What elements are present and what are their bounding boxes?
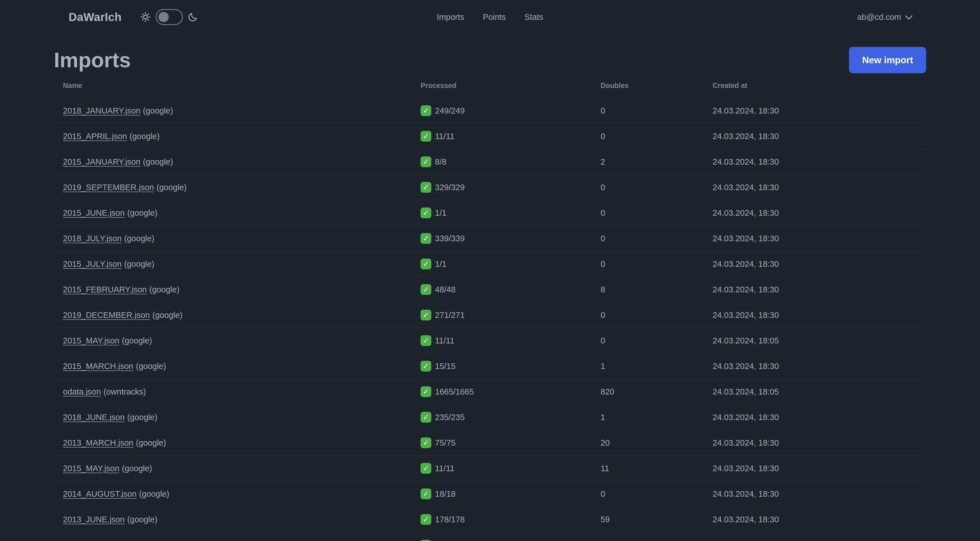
import-file-link[interactable]: 2015_JUNE.json bbox=[63, 208, 125, 217]
check-mark-emoji bbox=[420, 182, 431, 193]
name-cell: 2015_APRIL.json(google) bbox=[54, 123, 412, 149]
nav-item-imports[interactable]: Imports bbox=[437, 13, 464, 22]
import-file-link[interactable]: 2013_JUNE.json bbox=[63, 515, 125, 524]
import-file-link[interactable]: 2018_JUNE.json bbox=[63, 413, 125, 422]
table-row: 2018_JUNE.json(google) 235/235 1 24.03.2… bbox=[54, 404, 926, 430]
processed-cell: 178/178 bbox=[412, 507, 592, 532]
doubles-cell: 2 bbox=[592, 149, 703, 175]
import-file-link[interactable]: 2015_MARCH.json bbox=[63, 362, 133, 371]
name-cell: 2018_JUNE.json(google) bbox=[54, 404, 412, 430]
doubles-cell: 20 bbox=[592, 430, 703, 456]
processed-cell: 48/48 bbox=[412, 277, 592, 302]
import-source-label: (google) bbox=[143, 106, 173, 115]
processed-count: 11/11 bbox=[435, 336, 454, 345]
new-import-button[interactable]: New import bbox=[849, 47, 926, 73]
name-cell: 2018_JANUARY.json(google) bbox=[54, 98, 412, 123]
import-source-label: (google) bbox=[127, 208, 158, 217]
processed-count: 15/15 bbox=[435, 362, 456, 371]
name-cell: 2014_AUGUST.json(google) bbox=[54, 481, 412, 507]
created-at-cell: 24.03.2024, 18:30 bbox=[703, 226, 926, 251]
import-file-link[interactable]: 2014_AUGUST.json bbox=[63, 489, 137, 498]
check-mark-emoji bbox=[420, 105, 431, 116]
doubles-cell: 0 bbox=[592, 175, 703, 200]
imports-table-body: 2018_JANUARY.json(google) 249/249 0 24.0… bbox=[54, 98, 926, 541]
processed-count: 1665/1665 bbox=[435, 387, 474, 397]
toggle-knob bbox=[159, 12, 169, 22]
table-row bbox=[54, 532, 926, 541]
column-header-doubles: Doubles bbox=[592, 73, 703, 98]
import-source-label: (owntracks) bbox=[103, 387, 146, 396]
processed-cell: 18/18 bbox=[412, 481, 592, 507]
processed-cell: 8/8 bbox=[412, 149, 592, 175]
import-file-link[interactable]: odata.json bbox=[63, 387, 101, 396]
moon-icon bbox=[188, 12, 198, 22]
check-mark-emoji bbox=[420, 488, 431, 499]
main-nav: Imports Points Stats bbox=[437, 13, 543, 22]
created-at-cell: 24.03.2024, 18:30 bbox=[703, 98, 926, 123]
table-row: 2015_APRIL.json(google) 11/11 0 24.03.20… bbox=[54, 123, 926, 149]
doubles-cell: 0 bbox=[592, 226, 703, 251]
column-header-name: Name bbox=[54, 73, 412, 98]
import-source-label: (google) bbox=[152, 311, 182, 319]
table-row: 2015_MAY.json(google) 11/11 0 24.03.2024… bbox=[54, 328, 926, 353]
table-row: odata.json(owntracks) 1665/1665 820 24.0… bbox=[54, 379, 926, 404]
processed-cell bbox=[412, 532, 592, 541]
processed-cell: 11/11 bbox=[412, 328, 592, 353]
table-row: 2015_JUNE.json(google) 1/1 0 24.03.2024,… bbox=[54, 200, 926, 226]
processed-count: 235/235 bbox=[435, 413, 465, 422]
created-at-cell: 24.03.2024, 18:30 bbox=[703, 353, 926, 379]
user-menu[interactable]: ab@cd.com bbox=[857, 13, 913, 22]
import-file-link[interactable]: 2019_SEPTEMBER.json bbox=[63, 183, 154, 192]
table-row: 2015_FEBRUARY.json(google) 48/48 8 24.03… bbox=[54, 277, 926, 302]
import-file-link[interactable]: 2015_JULY.json bbox=[63, 259, 122, 268]
import-file-link[interactable]: 2019_DECEMBER.json bbox=[63, 311, 150, 319]
processed-count: 11/11 bbox=[435, 132, 454, 141]
processed-cell: 75/75 bbox=[412, 430, 592, 456]
import-source-label: (google) bbox=[122, 464, 152, 473]
table-row: 2014_AUGUST.json(google) 18/18 0 24.03.2… bbox=[54, 481, 926, 507]
import-source-label: (google) bbox=[124, 234, 154, 243]
theme-toggle-switch[interactable] bbox=[156, 9, 183, 25]
import-file-link[interactable]: 2015_APRIL.json bbox=[63, 132, 127, 141]
created-at-cell: 24.03.2024, 18:30 bbox=[703, 251, 926, 277]
check-mark-emoji bbox=[420, 207, 431, 218]
created-at-cell: 24.03.2024, 18:30 bbox=[703, 507, 926, 532]
import-file-link[interactable]: 2015_MAY.json bbox=[63, 464, 119, 473]
import-file-link[interactable]: 2018_JULY.json bbox=[63, 234, 122, 243]
table-row: 2015_MAY.json(google) 11/11 11 24.03.202… bbox=[54, 456, 926, 481]
import-file-link[interactable]: 2013_MARCH.json bbox=[63, 438, 133, 447]
name-cell: 2019_DECEMBER.json(google) bbox=[54, 302, 412, 328]
imports-page: Imports New import Name Processed Double… bbox=[0, 47, 980, 541]
import-file-link[interactable]: 2015_FEBRUARY.json bbox=[63, 285, 147, 294]
doubles-cell: 820 bbox=[592, 379, 703, 404]
import-file-link[interactable]: 2015_MAY.json bbox=[63, 336, 119, 345]
processed-cell: 271/271 bbox=[412, 302, 592, 328]
nav-item-points[interactable]: Points bbox=[483, 13, 506, 22]
user-email: ab@cd.com bbox=[857, 13, 901, 22]
processed-cell: 15/15 bbox=[412, 353, 592, 379]
doubles-cell: 59 bbox=[592, 507, 703, 532]
name-cell: 2015_JUNE.json(google) bbox=[54, 200, 412, 226]
created-at-cell: 24.03.2024, 18:05 bbox=[703, 328, 926, 353]
nav-item-stats[interactable]: Stats bbox=[525, 13, 543, 22]
processed-count: 48/48 bbox=[435, 285, 456, 294]
check-mark-emoji bbox=[420, 259, 431, 270]
import-file-link[interactable]: 2015_JANUARY.json bbox=[63, 157, 140, 166]
import-source-label: (google) bbox=[139, 489, 169, 498]
check-mark-emoji bbox=[420, 131, 431, 142]
doubles-cell: 0 bbox=[592, 251, 703, 277]
doubles-cell: 0 bbox=[592, 200, 703, 226]
import-file-link[interactable]: 2018_JANUARY.json bbox=[63, 106, 140, 115]
doubles-cell: 1 bbox=[592, 353, 703, 379]
column-header-processed: Processed bbox=[412, 73, 592, 98]
column-header-created-at: Created at bbox=[703, 73, 926, 98]
processed-cell: 249/249 bbox=[412, 98, 592, 123]
top-nav-bar: DaWarIch Imports Points bbox=[0, 0, 980, 34]
import-source-label: (google) bbox=[136, 438, 166, 447]
name-cell: 2015_FEBRUARY.json(google) bbox=[54, 277, 412, 302]
doubles-cell: 1 bbox=[592, 404, 703, 430]
page-header-row: Imports New import bbox=[54, 47, 926, 73]
doubles-cell: 0 bbox=[592, 302, 703, 328]
app-logo[interactable]: DaWarIch bbox=[68, 11, 122, 24]
processed-cell: 235/235 bbox=[412, 404, 592, 430]
